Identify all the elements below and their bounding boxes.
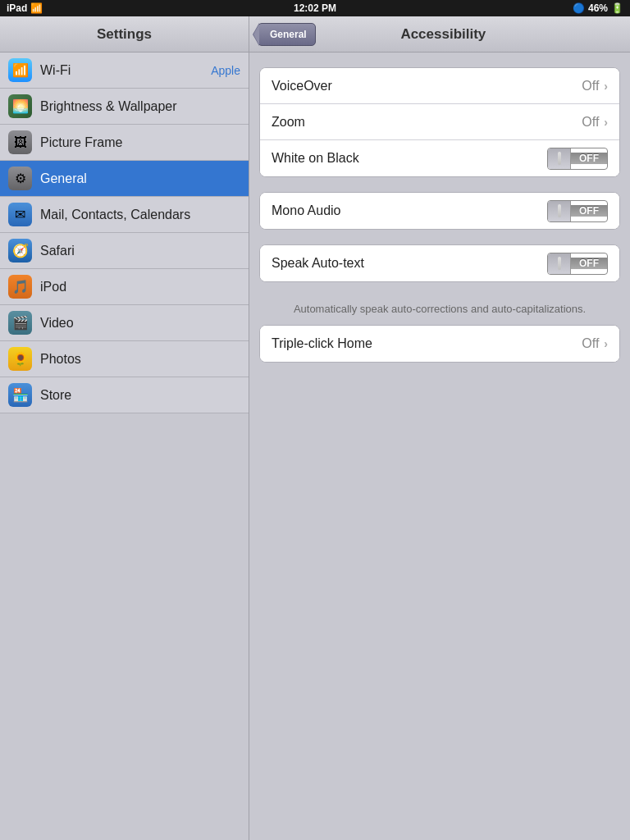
mail-icon: ✉ [8,203,32,226]
sidebar-header: Settings [0,16,249,52]
status-right: 🔵 46% 🔋 [573,2,623,14]
chevron-icon-voiceover: › [604,80,608,93]
general-icon: ⚙ [8,167,32,190]
sidebar-item-label-photos: Photos [40,352,240,367]
toggle-thumb-whiteonblack [558,152,561,165]
battery-icon: 🔋 [611,2,623,14]
row-value-zoom: Off [582,115,599,130]
row-label-monoaudio: Mono Audio [272,203,547,218]
safari-icon: 🧭 [8,239,32,262]
sidebar-item-safari[interactable]: 🧭Safari [0,233,249,269]
sidebar-item-label-ipod: iPod [40,280,240,294]
sidebar-item-label-general: General [40,171,240,186]
sidebar: Settings 📶Wi-FiApple🌅Brightness & Wallpa… [0,16,249,840]
row-label-zoom: Zoom [272,115,582,130]
store-icon: 🏪 [8,383,32,407]
sidebar-item-label-pictureframe: Picture Frame [40,135,240,150]
settings-group-group2: Mono AudioOFF [259,192,620,230]
toggle-label-text-monoaudio: OFF [579,205,599,217]
detail-header: General Accessibility [249,16,630,52]
settings-group-group1: VoiceOverOff›ZoomOff›White on BlackOFF [259,67,620,177]
sidebar-item-general[interactable]: ⚙General [0,161,249,197]
sidebar-item-label-mail: Mail, Contacts, Calendars [40,208,240,222]
sidebar-item-mail[interactable]: ✉Mail, Contacts, Calendars [0,197,249,233]
status-time: 12:02 PM [294,2,336,14]
toggle-track-monoaudio [548,201,571,221]
sidebar-item-label-brightness: Brightness & Wallpaper [40,99,240,114]
group-description-group3: Automatically speak auto-corrections and… [259,297,620,325]
row-label-voiceover: VoiceOver [272,79,582,94]
settings-row-whiteonblack[interactable]: White on BlackOFF [260,140,619,176]
settings-row-tripleclickhome[interactable]: Triple-click HomeOff› [260,326,619,362]
brightness-icon: 🌅 [8,94,32,118]
sidebar-item-label-store: Store [40,388,240,403]
ipod-icon: 🎵 [8,275,32,299]
toggle-whiteonblack[interactable]: OFF [547,148,608,170]
row-label-whiteonblack: White on Black [272,151,547,166]
video-icon: 🎬 [8,311,32,335]
sidebar-item-label-video: Video [40,316,240,331]
row-value-tripleclickhome: Off [582,336,599,351]
bluetooth-icon: 🔵 [573,2,585,14]
toggle-speakautotext[interactable]: OFF [547,253,608,275]
row-label-speakautotext: Speak Auto-text [272,256,547,271]
toggle-label-part-whiteonblack: OFF [571,153,607,164]
device-label: iPad [7,2,27,14]
settings-row-voiceover[interactable]: VoiceOverOff› [260,68,619,104]
row-label-tripleclickhome: Triple-click Home [272,336,582,351]
settings-row-monoaudio[interactable]: Mono AudioOFF [260,193,619,229]
settings-row-zoom[interactable]: ZoomOff› [260,104,619,140]
wifi-icon: 📶 [8,58,32,82]
sidebar-item-value-wifi: Apple [211,64,240,77]
sidebar-item-store[interactable]: 🏪Store [0,377,249,413]
sidebar-item-photos[interactable]: 🌻Photos [0,341,249,377]
toggle-label-part-monoaudio: OFF [571,205,607,217]
settings-content: VoiceOverOff›ZoomOff›White on BlackOFFMo… [249,52,630,392]
settings-group-group4: Triple-click HomeOff› [259,325,620,363]
settings-group-group3: Speak Auto-textOFF [259,244,620,282]
detail-panel: General Accessibility VoiceOverOff›ZoomO… [249,16,630,840]
sidebar-item-video[interactable]: 🎬Video [0,305,249,341]
toggle-track-speakautotext [548,253,571,274]
sidebar-items-container: 📶Wi-FiApple🌅Brightness & Wallpaper🖼Pictu… [0,52,249,413]
toggle-label-part-speakautotext: OFF [571,258,607,269]
chevron-icon-tripleclickhome: › [604,337,608,350]
back-button[interactable]: General [258,23,316,46]
sidebar-item-brightness[interactable]: 🌅Brightness & Wallpaper [0,89,249,125]
battery-level: 46% [588,2,608,14]
photos-icon: 🌻 [8,347,32,371]
pictureframe-icon: 🖼 [8,130,32,154]
sidebar-item-label-wifi: Wi-Fi [40,63,211,78]
toggle-thumb-monoaudio [558,204,561,217]
chevron-icon-zoom: › [604,116,608,129]
sidebar-item-label-safari: Safari [40,244,240,258]
wifi-icon: 📶 [30,2,43,14]
main-layout: Settings 📶Wi-FiApple🌅Brightness & Wallpa… [0,16,630,840]
status-bar: iPad 📶 12:02 PM 🔵 46% 🔋 [0,0,630,16]
toggle-thumb-speakautotext [558,257,561,270]
detail-title: Accessibility [322,26,564,43]
toggle-monoaudio[interactable]: OFF [547,200,608,222]
sidebar-title: Settings [97,26,152,43]
sidebar-item-pictureframe[interactable]: 🖼Picture Frame [0,125,249,161]
status-left: iPad 📶 [7,2,43,14]
toggle-label-text-speakautotext: OFF [579,258,599,269]
sidebar-item-wifi[interactable]: 📶Wi-FiApple [0,52,249,89]
settings-row-speakautotext[interactable]: Speak Auto-textOFF [260,245,619,281]
row-value-voiceover: Off [582,79,599,94]
toggle-label-text-whiteonblack: OFF [579,153,599,164]
sidebar-item-ipod[interactable]: 🎵iPod [0,269,249,305]
toggle-track-whiteonblack [548,148,571,169]
